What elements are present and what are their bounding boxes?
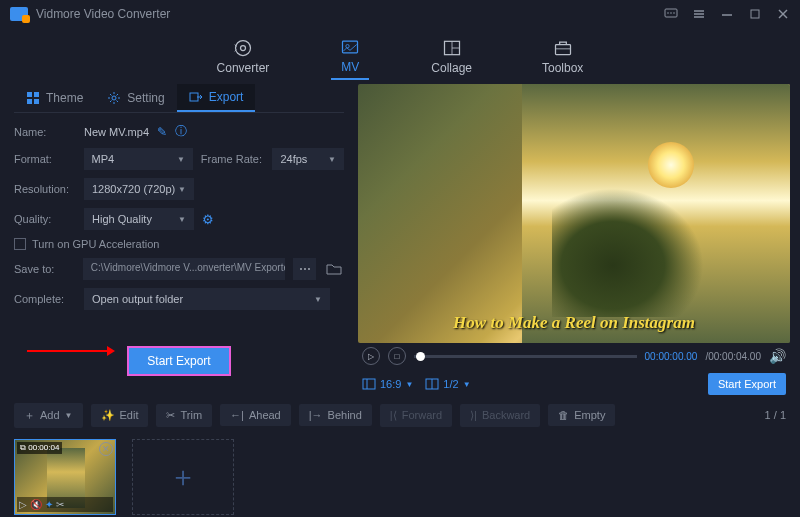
player-controls: ▷ □ 00:00:00.00/00:00:04.00 🔊: [358, 343, 790, 369]
behind-icon: |→: [309, 409, 323, 421]
svg-point-11: [235, 40, 250, 55]
nav-toolbox[interactable]: Toolbox: [534, 34, 591, 79]
toolbox-icon: [552, 38, 574, 58]
play-button[interactable]: ▷: [362, 347, 380, 365]
name-label: Name:: [14, 126, 76, 138]
nav-label: Collage: [431, 61, 472, 75]
ahead-icon: ←|: [230, 409, 244, 421]
add-clip-button[interactable]: ＋: [132, 439, 234, 515]
setting-icon: [107, 91, 121, 105]
volume-icon[interactable]: 🔊: [769, 348, 786, 364]
nav-mv[interactable]: MV: [331, 33, 369, 80]
subtab-setting[interactable]: Setting: [95, 84, 176, 112]
edit-name-icon[interactable]: ✎: [157, 125, 167, 139]
nav-label: Toolbox: [542, 61, 583, 75]
timeline-slider[interactable]: [414, 355, 637, 358]
minimize-icon[interactable]: [720, 7, 734, 21]
svg-point-24: [112, 96, 116, 100]
main-nav: Converter MV Collage Toolbox: [0, 28, 800, 84]
resolution-select[interactable]: 1280x720 (720p)▼: [84, 178, 194, 200]
timeline-handle[interactable]: [416, 352, 425, 361]
clip-toolbar: ＋Add ▼ ✨Edit ✂Trim ←|Ahead |→Behind |⟨Fo…: [0, 399, 800, 431]
nav-converter[interactable]: Converter: [209, 34, 278, 79]
forward-icon: |⟨: [390, 409, 397, 422]
menu-icon[interactable]: [692, 7, 706, 21]
thumb-trim-icon[interactable]: ✂: [56, 499, 64, 510]
complete-label: Complete:: [14, 293, 76, 305]
app-logo: [10, 7, 28, 21]
svg-point-12: [240, 45, 245, 50]
svg-rect-8: [751, 10, 759, 18]
nav-label: MV: [341, 60, 359, 74]
svg-rect-13: [343, 41, 358, 53]
settings-panel: Theme Setting Export Name: New MV.mp4 ✎ …: [0, 84, 358, 399]
subtab-theme[interactable]: Theme: [14, 84, 95, 112]
chevron-down-icon: ▼: [463, 380, 471, 389]
ahead-button[interactable]: ←|Ahead: [220, 404, 291, 426]
svg-rect-23: [34, 99, 39, 104]
titlebar: Vidmore Video Converter: [0, 0, 800, 28]
complete-select[interactable]: Open output folder▼: [84, 288, 330, 310]
trim-button[interactable]: ✂Trim: [156, 404, 212, 427]
chevron-down-icon: ▼: [328, 155, 336, 164]
stop-button[interactable]: □: [388, 347, 406, 365]
feedback-icon[interactable]: [664, 7, 678, 21]
name-info-icon[interactable]: ⓘ: [175, 123, 187, 140]
close-icon[interactable]: [776, 7, 790, 21]
edit-button[interactable]: ✨Edit: [91, 404, 149, 427]
clip-thumbnail[interactable]: ⧉ 00:00:04 ✕ ▷ 🔇 ✦ ✂: [14, 439, 116, 515]
empty-button[interactable]: 🗑Empty: [548, 404, 615, 426]
nav-collage[interactable]: Collage: [423, 34, 480, 79]
thumb-edit-icon[interactable]: ✦: [45, 499, 53, 510]
chevron-down-icon: ▼: [65, 411, 73, 420]
maximize-icon[interactable]: [748, 7, 762, 21]
wand-icon: ✨: [101, 409, 115, 422]
video-preview: How to Make a Reel on Instagram: [358, 84, 790, 343]
backward-icon: ⟩|: [470, 409, 477, 422]
thumb-play-icon[interactable]: ▷: [19, 499, 27, 510]
start-export-button-right[interactable]: Start Export: [708, 373, 786, 395]
quality-label: Quality:: [14, 213, 76, 225]
saveto-label: Save to:: [14, 263, 75, 275]
aspect-ratio-select[interactable]: 16:9 ▼: [362, 378, 413, 390]
scissors-icon: ✂: [166, 409, 175, 422]
forward-button[interactable]: |⟨Forward: [380, 404, 452, 427]
export-icon: [189, 90, 203, 104]
format-select[interactable]: MP4▼: [84, 148, 193, 170]
svg-point-3: [673, 12, 675, 14]
saveto-path[interactable]: C:\Vidmore\Vidmore V...onverter\MV Expor…: [83, 258, 285, 280]
clip-thumbnails: ⧉ 00:00:04 ✕ ▷ 🔇 ✦ ✂ ＋: [0, 431, 800, 517]
theme-icon: [26, 91, 40, 105]
collage-icon: [441, 38, 463, 58]
resolution-label: Resolution:: [14, 183, 76, 195]
add-button[interactable]: ＋Add ▼: [14, 403, 83, 428]
converter-icon: [232, 38, 254, 58]
subtab-export[interactable]: Export: [177, 84, 256, 112]
svg-rect-22: [27, 99, 32, 104]
part-select[interactable]: 1/2 ▼: [425, 378, 470, 390]
gpu-label: Turn on GPU Acceleration: [32, 238, 159, 250]
svg-rect-20: [27, 92, 32, 97]
framerate-label: Frame Rate:: [201, 153, 265, 165]
framerate-select[interactable]: 24fps▼: [272, 148, 344, 170]
svg-rect-26: [363, 379, 375, 389]
svg-point-2: [670, 12, 672, 14]
thumb-mute-icon[interactable]: 🔇: [30, 499, 42, 510]
format-label: Format:: [14, 153, 76, 165]
browse-path-button[interactable]: ⋯: [293, 258, 317, 280]
svg-point-14: [346, 44, 349, 47]
trash-icon: 🗑: [558, 409, 569, 421]
quality-select[interactable]: High Quality▼: [84, 208, 194, 230]
thumb-remove-icon[interactable]: ✕: [99, 442, 113, 456]
start-export-button[interactable]: Start Export: [127, 346, 230, 376]
svg-rect-25: [190, 93, 198, 101]
aspect-icon: [362, 378, 376, 390]
name-value: New MV.mp4: [84, 126, 149, 138]
time-current: 00:00:00.00: [645, 351, 698, 362]
chevron-down-icon: ▼: [178, 185, 186, 194]
gpu-checkbox[interactable]: [14, 238, 26, 250]
behind-button[interactable]: |→Behind: [299, 404, 372, 426]
backward-button[interactable]: ⟩|Backward: [460, 404, 540, 427]
quality-settings-icon[interactable]: ⚙: [202, 212, 214, 227]
open-folder-icon[interactable]: [324, 259, 344, 279]
